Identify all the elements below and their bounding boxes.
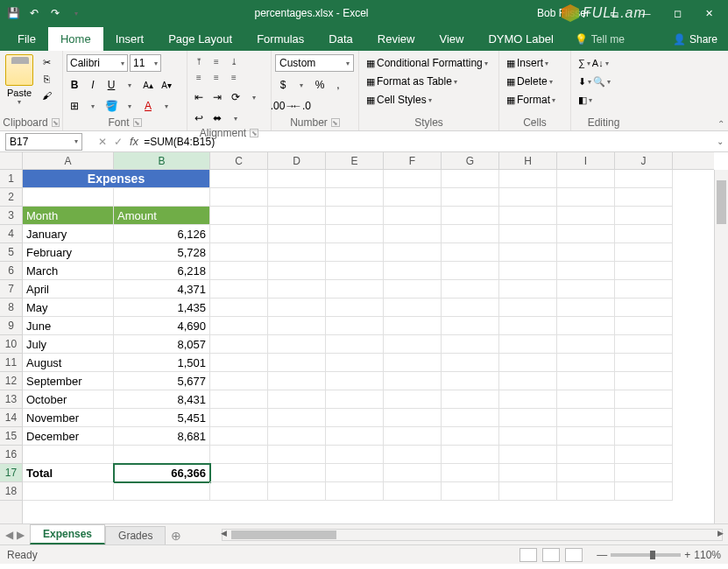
- cell[interactable]: [557, 188, 615, 207]
- cell[interactable]: [557, 207, 615, 225]
- column-header-E[interactable]: E: [326, 152, 384, 169]
- cell[interactable]: [210, 317, 268, 335]
- underline-button[interactable]: U: [103, 77, 119, 93]
- cell[interactable]: [384, 354, 442, 372]
- expenses-header[interactable]: Expenses: [23, 170, 210, 188]
- alignment-launcher[interactable]: ⬊: [250, 129, 258, 137]
- number-launcher[interactable]: ⬊: [331, 118, 340, 127]
- cell[interactable]: [499, 188, 557, 207]
- cell[interactable]: [615, 170, 673, 188]
- cell[interactable]: May: [23, 299, 114, 317]
- align-top[interactable]: ⤒: [191, 54, 207, 68]
- cell[interactable]: [268, 299, 326, 317]
- cell[interactable]: [615, 262, 673, 280]
- row-header-14[interactable]: 14: [0, 409, 22, 427]
- close-button[interactable]: ✕: [693, 0, 724, 26]
- cell[interactable]: [384, 280, 442, 299]
- cell[interactable]: [326, 390, 384, 409]
- cell[interactable]: [326, 409, 384, 427]
- cell[interactable]: [499, 446, 557, 464]
- currency-button[interactable]: $: [275, 77, 291, 93]
- row-header-6[interactable]: 6: [0, 262, 22, 280]
- cell[interactable]: [268, 188, 326, 207]
- cell[interactable]: [268, 409, 326, 427]
- cell[interactable]: [442, 262, 499, 280]
- cell[interactable]: August: [23, 354, 114, 372]
- cell[interactable]: [442, 335, 499, 354]
- cell[interactable]: [210, 188, 268, 207]
- cell[interactable]: [23, 446, 114, 464]
- cell[interactable]: [499, 299, 557, 317]
- cell[interactable]: [442, 482, 499, 501]
- name-box[interactable]: B17▾: [5, 133, 82, 151]
- cell[interactable]: [210, 390, 268, 409]
- row-header-4[interactable]: 4: [0, 225, 22, 243]
- cell[interactable]: 8,057: [114, 335, 210, 354]
- cell[interactable]: 1,501: [114, 354, 210, 372]
- cell[interactable]: [210, 335, 268, 354]
- row-header-9[interactable]: 9: [0, 317, 22, 335]
- qat-customize[interactable]: ▾: [67, 4, 86, 23]
- number-format-select[interactable]: Custom▾: [275, 54, 354, 72]
- cell[interactable]: July: [23, 335, 114, 354]
- undo-button[interactable]: ↶: [25, 4, 44, 23]
- column-header-H[interactable]: H: [499, 152, 557, 169]
- cell[interactable]: November: [23, 409, 114, 427]
- cell[interactable]: [557, 427, 615, 446]
- cell[interactable]: [326, 317, 384, 335]
- page-layout-view-button[interactable]: [542, 548, 560, 562]
- font-launcher[interactable]: ⬊: [133, 118, 142, 127]
- row-header-2[interactable]: 2: [0, 188, 22, 207]
- cell[interactable]: [499, 207, 557, 225]
- cell[interactable]: [615, 409, 673, 427]
- cell[interactable]: [442, 188, 499, 207]
- row-header-10[interactable]: 10: [0, 335, 22, 354]
- comma-button[interactable]: ,: [330, 77, 346, 93]
- zoom-out-button[interactable]: —: [597, 549, 607, 561]
- cell[interactable]: [268, 262, 326, 280]
- cell[interactable]: [326, 188, 384, 207]
- cell[interactable]: [384, 482, 442, 501]
- cell[interactable]: [384, 170, 442, 188]
- decrease-indent[interactable]: ⇤: [191, 89, 207, 105]
- tab-file[interactable]: File: [5, 27, 48, 51]
- horizontal-scrollbar[interactable]: ◀ ▶: [222, 529, 723, 541]
- cell[interactable]: [326, 225, 384, 243]
- cell[interactable]: [268, 372, 326, 390]
- cell[interactable]: October: [23, 390, 114, 409]
- cell[interactable]: [326, 262, 384, 280]
- cell[interactable]: [384, 372, 442, 390]
- zoom-thumb[interactable]: [650, 551, 655, 559]
- format-cells-button[interactable]: ▦ Format ▾: [503, 91, 559, 109]
- cell[interactable]: [210, 262, 268, 280]
- cell[interactable]: [210, 354, 268, 372]
- increase-indent[interactable]: ⇥: [209, 89, 225, 105]
- cell[interactable]: Month: [23, 207, 114, 225]
- cell[interactable]: [615, 372, 673, 390]
- cell[interactable]: [442, 299, 499, 317]
- cell[interactable]: [557, 243, 615, 262]
- fill-button[interactable]: ⬇ ▾ 🔍▾: [575, 73, 614, 90]
- cell[interactable]: 8,431: [114, 390, 210, 409]
- cell[interactable]: [615, 427, 673, 446]
- cell[interactable]: [268, 482, 326, 501]
- cell[interactable]: [557, 372, 615, 390]
- cells-area[interactable]: ExpensesMonthAmountJanuary6,126February5…: [23, 170, 714, 523]
- fill-color-button[interactable]: 🪣: [103, 98, 119, 114]
- cell[interactable]: [615, 207, 673, 225]
- cell[interactable]: [442, 464, 499, 482]
- cell[interactable]: [384, 225, 442, 243]
- font-color-button[interactable]: A: [140, 98, 156, 114]
- cell[interactable]: [442, 427, 499, 446]
- tab-view[interactable]: View: [427, 27, 476, 51]
- cell[interactable]: [557, 335, 615, 354]
- cell[interactable]: [442, 207, 499, 225]
- cell[interactable]: [499, 225, 557, 243]
- cell[interactable]: 5,451: [114, 409, 210, 427]
- font-family-select[interactable]: Calibri▾: [67, 54, 128, 72]
- cell[interactable]: [326, 482, 384, 501]
- insert-cells-button[interactable]: ▦ Insert ▾: [503, 54, 559, 72]
- hscroll-thumb[interactable]: [231, 530, 336, 539]
- tab-insert[interactable]: Insert: [103, 27, 157, 51]
- format-as-table-button[interactable]: ▦ Format as Table ▾: [363, 73, 491, 90]
